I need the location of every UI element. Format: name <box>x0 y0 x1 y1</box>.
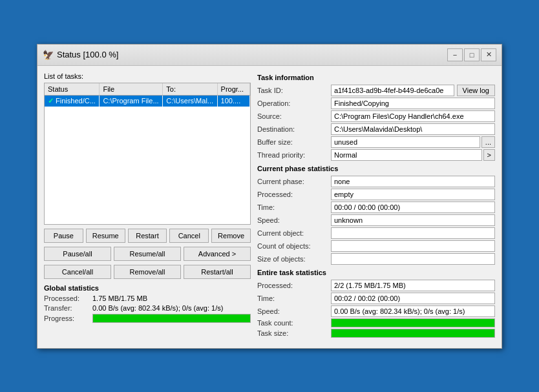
current-phase-grid: Current phase: none Processed: empty Tim… <box>257 176 495 265</box>
thread-priority-value: Normal <box>331 149 482 161</box>
title-bar: 🦅 Status [100.0 %] − □ ✕ <box>37 45 502 66</box>
task-count-label: Task count: <box>257 318 328 327</box>
resume-all-button[interactable]: Resume/all <box>114 247 181 261</box>
thread-priority-row: Normal > <box>331 149 495 161</box>
window-content: List of tasks: Status File To: Progr... <box>37 66 502 348</box>
task-id-label: Task ID: <box>257 85 328 96</box>
operation-label: Operation: <box>257 98 328 109</box>
buffer-size-label: Buffer size: <box>257 136 328 148</box>
restart-all-button[interactable]: Restart/all <box>184 265 251 279</box>
phase-processed-value: empty <box>331 189 495 200</box>
buffer-size-row: unused ... <box>331 136 495 148</box>
task-progress: 100.... <box>217 95 249 107</box>
minimize-button[interactable]: − <box>447 48 463 61</box>
remove-all-button[interactable]: Remove/all <box>114 265 181 279</box>
task-id-row: a1f41c83-ad9b-4fef-b449-de6ca0e View log <box>331 85 495 96</box>
operation-value: Finished/Copying <box>331 98 495 109</box>
thread-priority-edit-button[interactable]: > <box>483 149 495 161</box>
task-count-bar <box>331 318 495 327</box>
global-progress-bar <box>92 314 251 323</box>
task-info-grid: Task ID: a1f41c83-ad9b-4fef-b449-de6ca0e… <box>257 85 495 161</box>
task-status: ✓ Finished/C... <box>45 95 100 107</box>
global-progress-fill <box>93 315 250 322</box>
count-label: Count of objects: <box>257 240 328 252</box>
task-to: C:\Users\Mal... <box>163 95 217 107</box>
view-log-button[interactable]: View log <box>457 85 495 96</box>
entire-task-title: Entire task statistics <box>257 269 495 276</box>
phase-processed-label: Processed: <box>257 189 328 200</box>
col-header-progress: Progr... <box>217 83 249 96</box>
source-value: C:\Program Files\Copy Handler\ch64.exe <box>331 110 495 122</box>
size-value <box>331 253 495 265</box>
task-size-fill <box>332 329 494 337</box>
current-phase-value: none <box>331 176 495 187</box>
app-icon: 🦅 <box>43 50 53 60</box>
global-progress-row: Progress: <box>44 314 251 323</box>
pause-button[interactable]: Pause <box>44 229 83 243</box>
global-statistics: Global statistics Processed: 1.75 MB/1.7… <box>44 284 251 323</box>
left-panel: List of tasks: Status File To: Progr... <box>44 72 251 342</box>
entire-speed-label: Speed: <box>257 305 328 317</box>
phase-speed-value: unknown <box>331 214 495 226</box>
action-buttons-row3: Cancel/all Remove/all Restart/all <box>44 265 251 279</box>
phase-time-label: Time: <box>257 201 328 213</box>
tasks-label: List of tasks: <box>44 72 251 80</box>
advanced-button[interactable]: Advanced > <box>184 247 251 261</box>
maximize-button[interactable]: □ <box>464 48 480 61</box>
task-size-bar <box>331 329 495 338</box>
entire-task-grid: Processed: 2/2 (1.75 MB/1.75 MB) Time: 0… <box>257 280 495 338</box>
global-transfer-label: Transfer: <box>44 304 92 312</box>
source-label: Source: <box>257 110 328 122</box>
global-transfer-value: 0.00 B/s (avg: 802.34 kB/s); 0/s (avg: 1… <box>92 304 251 312</box>
buffer-size-edit-button[interactable]: ... <box>481 136 495 148</box>
task-file: C:\Program File... <box>100 95 163 107</box>
pause-all-button[interactable]: Pause/all <box>44 247 111 261</box>
global-processed-row: Processed: 1.75 MB/1.75 MB <box>44 294 251 302</box>
col-header-to: To: <box>163 83 217 96</box>
action-buttons-row1: Pause Resume Restart Cancel Remove <box>44 229 251 243</box>
entire-processed-value: 2/2 (1.75 MB/1.75 MB) <box>331 280 495 291</box>
phase-time-value: 00:00 / 00:00 (00:00) <box>331 201 495 213</box>
remove-button[interactable]: Remove <box>211 229 251 243</box>
right-panel: Task information Task ID: a1f41c83-ad9b-… <box>257 72 495 342</box>
cancel-all-button[interactable]: Cancel/all <box>44 265 111 279</box>
window-title: Status [100.0 %] <box>57 50 118 59</box>
buffer-size-value: unused <box>331 136 480 148</box>
task-size-label: Task size: <box>257 329 328 338</box>
task-table: Status File To: Progr... ✓ Finished/C...… <box>45 83 250 107</box>
col-header-file: File <box>100 83 163 96</box>
window-controls: − □ ✕ <box>447 48 496 61</box>
col-header-status: Status <box>45 83 100 96</box>
cancel-button[interactable]: Cancel <box>169 229 209 243</box>
entire-time-value: 00:02 / 00:02 (00:00) <box>331 293 495 304</box>
task-count-fill <box>332 319 494 327</box>
current-object-label: Current object: <box>257 227 328 239</box>
task-info-title: Task information <box>257 74 495 81</box>
entire-speed-value: 0.00 B/s (avg: 802.34 kB/s); 0/s (avg: 1… <box>331 305 495 317</box>
task-id-value: a1f41c83-ad9b-4fef-b449-de6ca0e <box>331 85 454 96</box>
destination-label: Destination: <box>257 123 328 135</box>
global-transfer-row: Transfer: 0.00 B/s (avg: 802.34 kB/s); 0… <box>44 304 251 312</box>
global-processed-value: 1.75 MB/1.75 MB <box>92 294 251 302</box>
global-progress-label: Progress: <box>44 315 92 322</box>
close-button[interactable]: ✕ <box>481 48 496 61</box>
main-window: 🦅 Status [100.0 %] − □ ✕ List of tasks: … <box>37 44 502 349</box>
current-object-value <box>331 227 495 239</box>
thread-priority-label: Thread priority: <box>257 149 328 161</box>
restart-button[interactable]: Restart <box>128 229 167 243</box>
task-table-wrapper: Status File To: Progr... ✓ Finished/C...… <box>44 83 251 225</box>
current-phase-label: Current phase: <box>257 176 328 187</box>
entire-time-label: Time: <box>257 293 328 304</box>
size-label: Size of objects: <box>257 253 328 265</box>
count-value <box>331 240 495 252</box>
entire-processed-label: Processed: <box>257 280 328 291</box>
phase-speed-label: Speed: <box>257 214 328 226</box>
global-stats-title: Global statistics <box>44 284 251 292</box>
resume-button[interactable]: Resume <box>86 229 125 243</box>
current-phase-title: Current phase statistics <box>257 165 495 172</box>
global-processed-label: Processed: <box>44 294 92 302</box>
destination-value: C:\Users\Malavida\Desktop\ <box>331 123 495 135</box>
action-buttons-row2: Pause/all Resume/all Advanced > <box>44 247 251 261</box>
task-row[interactable]: ✓ Finished/C... C:\Program File... C:\Us… <box>45 95 250 107</box>
